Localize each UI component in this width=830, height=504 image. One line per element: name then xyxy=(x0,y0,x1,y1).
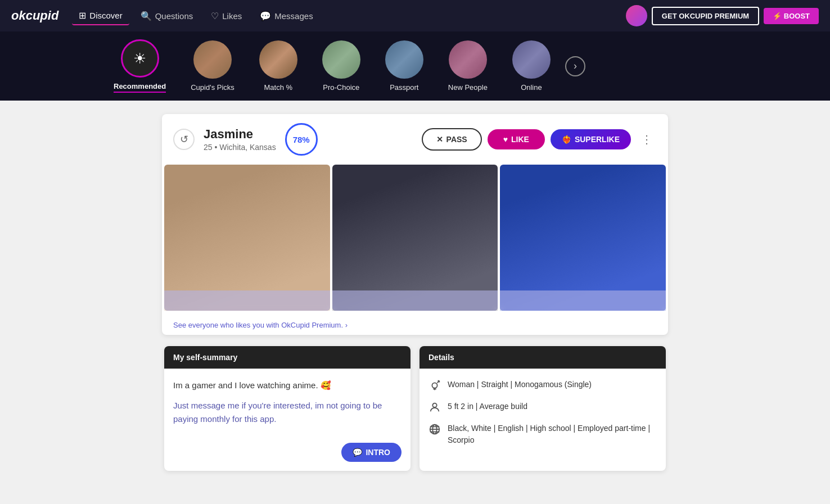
height-icon xyxy=(428,401,441,414)
new-people-thumb xyxy=(449,40,487,79)
discover-icon: ⊞ xyxy=(79,10,86,21)
match-thumb xyxy=(259,40,297,79)
heart-icon: ♥ xyxy=(503,135,508,144)
self-summary-body: Im a gamer and I love watching anime. 🥰 … xyxy=(164,369,411,436)
questions-icon: 🔍 xyxy=(141,11,152,21)
profile-photo-1[interactable] xyxy=(164,165,330,311)
recommended-thumb: ☀ xyxy=(121,39,159,78)
nav-likes[interactable]: ♡ Likes xyxy=(204,7,249,25)
nav-questions[interactable]: 🔍 Questions xyxy=(134,7,200,25)
detail-gender-text: Woman | Straight | Monogamous (Single) xyxy=(448,379,592,391)
category-match[interactable]: Match % xyxy=(247,33,310,99)
photos-row xyxy=(162,165,668,313)
photo-blur-1 xyxy=(164,290,330,311)
svg-point-0 xyxy=(432,383,437,388)
detail-height: 5 ft 2 in | Average build xyxy=(428,401,657,414)
category-label-passport: Passport xyxy=(390,83,418,92)
category-label-recommended: Recommended xyxy=(114,82,166,93)
category-new-people[interactable]: New People xyxy=(436,33,500,99)
svg-point-6 xyxy=(432,403,436,407)
self-summary-section: My self-summary Im a gamer and I love wa… xyxy=(164,346,411,471)
globe-icon xyxy=(428,423,441,435)
category-label-cupids: Cupid's Picks xyxy=(191,83,234,92)
intro-button[interactable]: 💬 INTRO xyxy=(341,443,402,462)
action-buttons: ✕ PASS ♥ LIKE ❤️‍🔥 SUPERLIKE ⋮ xyxy=(422,128,657,151)
pass-button[interactable]: ✕ PASS xyxy=(422,128,482,151)
detail-gender: Woman | Straight | Monogamous (Single) xyxy=(428,379,657,392)
category-label-newpeople: New People xyxy=(448,83,488,92)
main-nav: okcupid ⊞ Discover 🔍 Questions ♡ Likes 💬… xyxy=(0,0,830,31)
info-sections-row: My self-summary Im a gamer and I love wa… xyxy=(162,346,668,471)
category-label-prochoice: Pro-Choice xyxy=(323,83,359,92)
profile-name: Jasmine xyxy=(204,127,276,142)
self-summary-header: My self-summary xyxy=(164,346,411,369)
category-pro-choice[interactable]: Pro-Choice xyxy=(310,33,373,99)
like-button[interactable]: ♥ LIKE xyxy=(488,129,545,149)
self-summary-footer: 💬 INTRO xyxy=(164,436,411,471)
undo-button[interactable]: ↺ xyxy=(173,129,195,150)
sun-icon: ☀ xyxy=(133,50,146,67)
profile-age-location: 25 • Wichita, Kansas xyxy=(204,143,276,152)
nav-messages[interactable]: 💬 Messages xyxy=(253,7,319,25)
profile-photo-2[interactable] xyxy=(332,165,498,311)
more-options-button[interactable]: ⋮ xyxy=(637,130,657,148)
pro-choice-thumb xyxy=(322,40,360,79)
intro-icon: 💬 xyxy=(353,448,362,457)
cupids-picks-thumb xyxy=(193,40,232,79)
category-label-online: Online xyxy=(521,83,542,92)
profile-header: ↺ Jasmine 25 • Wichita, Kansas 78% ✕ PAS… xyxy=(162,114,668,165)
detail-background-text: Black, White | English | High school | E… xyxy=(448,423,657,446)
photo-blur-3 xyxy=(500,290,666,311)
app-logo[interactable]: okcupid xyxy=(11,8,58,23)
passport-thumb xyxy=(385,40,423,79)
profile-card: ↺ Jasmine 25 • Wichita, Kansas 78% ✕ PAS… xyxy=(162,114,668,335)
summary-p1: Im a gamer and I love watching anime. 🥰 xyxy=(173,379,402,392)
messages-icon: 💬 xyxy=(260,11,271,21)
detail-background: Black, White | English | High school | E… xyxy=(428,423,657,446)
pass-icon: ✕ xyxy=(436,135,443,144)
profile-photo-3[interactable] xyxy=(500,165,666,311)
category-recommended[interactable]: ☀ Recommended xyxy=(101,31,178,101)
photo-blur-2 xyxy=(332,290,498,311)
premium-likes-link[interactable]: See everyone who likes you with OkCupid … xyxy=(162,313,359,335)
details-section: Details xyxy=(419,346,666,471)
summary-p2: Just message me if you're interested, im… xyxy=(173,399,402,426)
likes-icon: ♡ xyxy=(211,11,219,21)
gender-icon xyxy=(428,379,441,392)
profile-name-block: Jasmine 25 • Wichita, Kansas xyxy=(204,127,276,152)
superlike-button[interactable]: ❤️‍🔥 SUPERLIKE xyxy=(551,129,631,149)
detail-height-text: 5 ft 2 in | Average build xyxy=(448,401,527,412)
match-percentage: 78% xyxy=(285,123,318,156)
undo-icon: ↺ xyxy=(180,133,188,146)
user-avatar[interactable] xyxy=(626,5,647,26)
category-online[interactable]: Online xyxy=(500,33,563,99)
category-passport[interactable]: Passport xyxy=(373,33,436,99)
category-cupids-picks[interactable]: Cupid's Picks xyxy=(178,33,247,99)
category-label-match: Match % xyxy=(264,83,293,92)
superlike-icon: ❤️‍🔥 xyxy=(562,135,571,144)
main-content: ↺ Jasmine 25 • Wichita, Kansas 78% ✕ PAS… xyxy=(151,114,679,471)
boost-button[interactable]: ⚡ BOOST xyxy=(764,8,819,24)
details-list: Woman | Straight | Monogamous (Single) 5… xyxy=(428,379,657,446)
premium-button[interactable]: GET OKCUPID PREMIUM xyxy=(652,7,759,25)
details-body: Woman | Straight | Monogamous (Single) 5… xyxy=(419,369,666,456)
categories-next-button[interactable]: › xyxy=(565,56,585,76)
categories-bar: ☀ Recommended Cupid's Picks Match % Pro-… xyxy=(0,31,830,101)
online-thumb xyxy=(512,40,551,79)
nav-discover[interactable]: ⊞ Discover xyxy=(72,7,129,25)
nav-bar: okcupid ⊞ Discover 🔍 Questions ♡ Likes 💬… xyxy=(0,0,830,31)
details-header: Details xyxy=(419,346,666,369)
